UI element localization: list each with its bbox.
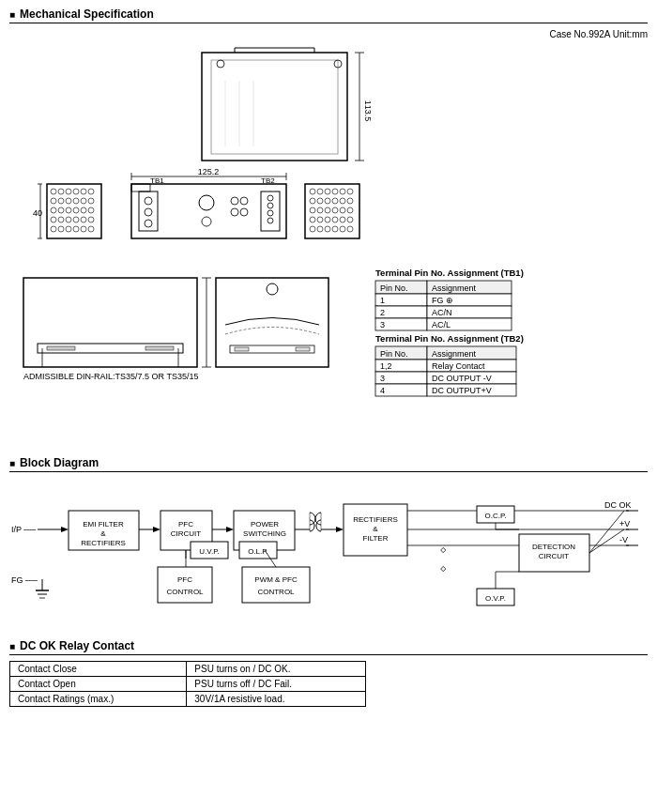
section-title-block: Block Diagram <box>20 456 99 469</box>
svg-rect-108 <box>296 347 310 351</box>
bd-rect-label: RECTIFIERS <box>353 515 398 524</box>
tb2-table-title: Terminal Pin No. Assignment (TB2) <box>375 333 524 344</box>
relay-row2-label: Contact Open <box>10 677 187 692</box>
svg-marker-132 <box>226 527 234 532</box>
svg-rect-97 <box>47 346 75 350</box>
svg-rect-1 <box>211 60 338 154</box>
tb1-table-title: Terminal Pin No. Assignment (TB1) <box>375 268 524 278</box>
tb1-header-assign: Assignment <box>432 283 477 293</box>
svg-line-165 <box>589 511 624 553</box>
tb2-row3-pin: 4 <box>380 386 385 395</box>
bd-power-sw-label2: SWITCHING <box>243 529 286 538</box>
tb2-row1-assign: Relay Contact <box>432 361 485 371</box>
relay-section: DC OK Relay Contact Contact Close PSU tu… <box>9 639 648 707</box>
relay-row1-value: PSU turns on / DC OK. <box>187 662 366 677</box>
bd-nv-label: -V <box>619 535 628 544</box>
bd-detect-label: DETECTION <box>532 543 575 551</box>
svg-rect-55 <box>261 192 280 231</box>
bd-power-sw-label: POWER <box>251 520 279 529</box>
bd-fg-label: FG ── <box>11 575 38 585</box>
bd-dcok-label: DC OK <box>604 500 632 510</box>
bd-emi-label: EMI FILTER <box>83 520 124 529</box>
mechanical-svg: 113.5 40 /* dots rendered below */ <box>9 43 648 447</box>
case-info: Case No.992A Unit:mm <box>550 29 649 39</box>
bd-rect-label3: FILTER <box>363 534 389 543</box>
bd-diode2: ⬦ <box>439 559 447 575</box>
dim-125-label: 125.2 <box>198 167 220 176</box>
bd-pfc-ctrl-label2: CONTROL <box>166 588 204 596</box>
block-diagram-svg: I/P ── EMI FILTER & RECTIFIERS PFC CIRCU… <box>9 478 648 628</box>
tb1-row2-pin: 2 <box>380 308 385 317</box>
dim-40-label: 40 <box>33 208 42 218</box>
svg-rect-98 <box>145 346 174 350</box>
bd-pfc-circuit-label: PFC <box>178 520 193 529</box>
bd-pfc-circuit-label2: CIRCUIT <box>171 529 202 538</box>
tb1-row1-pin: 1 <box>380 296 385 305</box>
mechanical-section: Mechanical Specification Case No.992A Un… <box>9 8 648 447</box>
block-diagram-section: Block Diagram I/P ── EMI FILTER & RECTIF… <box>9 456 648 630</box>
bd-ip-label: I/P ── <box>11 525 37 534</box>
bd-emi-label2: & <box>100 529 106 538</box>
section-title-relay: DC OK Relay Contact <box>20 639 134 652</box>
bd-pwm-ctrl-label2: CONTROL <box>257 588 295 596</box>
relay-row-1: Contact Close PSU turns on / DC OK. <box>10 662 366 677</box>
bd-detect-label2: CIRCUIT <box>539 552 570 560</box>
section-title-mechanical: Mechanical Specification <box>20 8 154 21</box>
section-header-relay: DC OK Relay Contact <box>9 639 648 655</box>
bd-diode1: ⬦ <box>439 541 447 556</box>
tb1-row3-assign: AC/L <box>432 320 451 329</box>
svg-marker-138 <box>336 527 344 532</box>
svg-rect-156 <box>158 567 212 603</box>
tb2-row3-assign: DC OUTPUT+V <box>432 386 492 395</box>
bd-ovp-label: O.V.P. <box>485 594 506 603</box>
section-header-mechanical: Mechanical Specification <box>9 8 648 23</box>
bd-pfc-ctrl-label: PFC <box>177 575 192 584</box>
relay-row-3: Contact Ratings (max.) 30V/1A resistive … <box>10 692 366 707</box>
tb2-header-pin: Pin No. <box>380 349 408 359</box>
tb2-header-assign: Assignment <box>432 349 477 359</box>
tb2-row2-assign: DC OUTPUT -V <box>432 374 492 383</box>
relay-row2-value: PSU turns off / DC Fail. <box>187 677 366 692</box>
din-rail-label-text: ADMISSIBLE DIN-RAIL:TS35/7.5 OR TS35/15 <box>23 372 198 381</box>
tb1-header-pin: Pin No. <box>380 283 408 293</box>
bd-pv-label: +V <box>619 519 630 529</box>
relay-row3-value: 30V/1A resistive load. <box>187 692 366 707</box>
bd-rect-label2: & <box>373 525 378 533</box>
relay-row1-label: Contact Close <box>10 662 187 677</box>
bd-uvp-label: U.V.P. <box>199 547 219 556</box>
svg-marker-126 <box>61 527 69 532</box>
tb1-row2-assign: AC/N <box>432 308 452 317</box>
svg-marker-129 <box>153 527 160 532</box>
tb1-row3-pin: 3 <box>380 320 385 329</box>
mechanical-drawings: 113.5 40 /* dots rendered below */ <box>9 43 648 447</box>
svg-rect-157 <box>242 567 310 603</box>
section-header-block: Block Diagram <box>9 456 648 472</box>
bd-emi-label3: RECTIFIERS <box>81 539 126 547</box>
relay-table: Contact Close PSU turns on / DC OK. Cont… <box>9 661 366 707</box>
tb2-row2-pin: 3 <box>380 374 385 383</box>
bd-pwm-ctrl-label: PWM & PFC <box>254 575 298 584</box>
tb2-row1-pin: 1,2 <box>380 361 392 371</box>
relay-row-2: Contact Open PSU turns off / DC Fail. <box>10 677 366 692</box>
dim-113-label: 113.5 <box>363 100 373 122</box>
svg-rect-107 <box>235 347 249 351</box>
relay-row3-label: Contact Ratings (max.) <box>10 692 187 707</box>
svg-rect-10 <box>47 184 101 238</box>
bd-ocp-label: O.C.P. <box>485 512 507 520</box>
tb1-row1-assign: FG ⊕ <box>432 296 453 305</box>
svg-rect-95 <box>23 278 197 367</box>
